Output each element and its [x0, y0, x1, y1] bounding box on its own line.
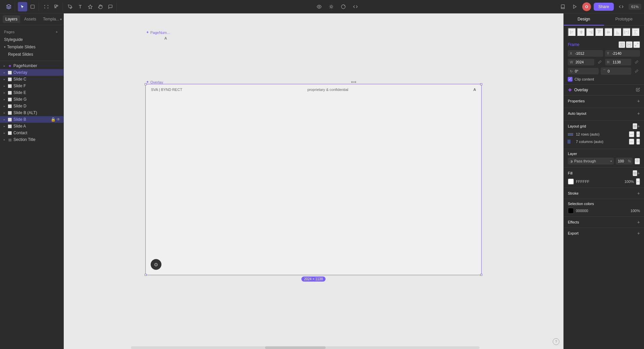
h-input[interactable]	[613, 60, 630, 64]
scale-tool-button[interactable]	[28, 2, 37, 11]
frame-section-label[interactable]: Frame	[568, 42, 616, 47]
hand-tool-button[interactable]	[96, 2, 105, 11]
add-property-button[interactable]: +	[637, 98, 640, 104]
page-styleguide[interactable]: Styleguide	[0, 36, 63, 43]
corner-link-button[interactable]	[633, 68, 640, 74]
layer-overlay[interactable]: ▸ ⬜ Overlay	[0, 69, 63, 76]
component-tool-button[interactable]	[86, 2, 95, 11]
remove-fill-button[interactable]: −	[636, 178, 640, 185]
layer-slide-f[interactable]: ▸ ⬜ Slide F	[0, 83, 63, 89]
code-view-button[interactable]	[351, 2, 360, 11]
layer-slide-a[interactable]: ▸ ⬜ Slide A	[0, 123, 63, 130]
layer-slide-d[interactable]: ▸ ⬜ Slide D	[0, 103, 63, 109]
theme-toggle-button[interactable]	[327, 2, 336, 11]
tab-layers[interactable]: Layers	[3, 15, 20, 23]
pen-tool-button[interactable]	[65, 2, 75, 11]
shape-tool-button[interactable]	[52, 2, 61, 11]
page-repeat-slides[interactable]: Repeat Slides	[0, 51, 63, 58]
y-input[interactable]	[612, 51, 638, 55]
x-input[interactable]	[575, 51, 601, 55]
text-tool-button[interactable]: T	[76, 2, 85, 11]
layer-slide-e[interactable]: ▸ ⬜ Slide E	[0, 89, 63, 96]
opacity-input[interactable]	[618, 159, 628, 163]
user-avatar[interactable]: O	[582, 2, 591, 11]
page-template-slides[interactable]: ▾ Template Slides	[0, 43, 63, 51]
zoom-indicator[interactable]: 61%	[629, 4, 641, 10]
move-tool-button[interactable]	[18, 2, 27, 11]
align-bottom-button[interactable]	[613, 28, 622, 37]
comment-tool-button[interactable]	[106, 2, 115, 11]
align-center-v-button[interactable]	[604, 28, 613, 37]
opacity-field[interactable]: %	[616, 158, 633, 164]
color-profile-button[interactable]	[339, 2, 348, 11]
add-page-button[interactable]: +	[54, 29, 59, 35]
frame-resize-icon-button[interactable]	[633, 41, 640, 48]
tab-design[interactable]: Design	[564, 13, 604, 26]
layout-grid-cols-remove-button[interactable]: −	[636, 139, 640, 145]
height-field[interactable]: H	[605, 59, 632, 65]
layer-contact[interactable]: ▸ ⬜ Contact	[0, 130, 63, 136]
corner-input[interactable]	[608, 69, 630, 73]
clip-content-checkbox[interactable]: ✓	[568, 77, 573, 82]
align-center-h-button[interactable]	[577, 28, 585, 37]
layout-grid-view-button[interactable]: ⊞	[633, 123, 637, 129]
link-h-button[interactable]	[633, 59, 640, 65]
hide-ui-button[interactable]	[314, 2, 324, 11]
layer-slide-g[interactable]: ▸ ⬜ Slide G	[0, 96, 63, 103]
frame-layout-button[interactable]	[618, 41, 625, 48]
frame-swap-button[interactable]	[626, 41, 633, 48]
fill-color-swatch[interactable]	[568, 179, 574, 185]
layout-grid-rows-apply-button[interactable]: ↔	[629, 131, 634, 137]
fill-options-button[interactable]: ⊞	[633, 170, 637, 176]
add-layout-grid-button[interactable]: +	[637, 123, 640, 129]
align-left-button[interactable]	[568, 28, 576, 37]
component-edit-button[interactable]	[636, 88, 640, 93]
layer-section-title[interactable]: ▸ ▤ Section Title	[0, 136, 63, 143]
scrollbar-thumb[interactable]	[265, 346, 326, 349]
frame-tool-button[interactable]	[42, 2, 51, 11]
selection-color-swatch[interactable]	[568, 208, 574, 214]
help-icon[interactable]: ?	[553, 338, 559, 345]
link-wh-button[interactable]	[596, 59, 603, 65]
corner-handle-tr[interactable]	[480, 83, 482, 85]
lock-icon[interactable]: 🔒	[51, 117, 55, 122]
tab-assets[interactable]: Assets	[21, 15, 39, 23]
add-stroke-button[interactable]: +	[637, 191, 640, 196]
corner-radius-field[interactable]: ⌒	[601, 67, 632, 75]
rotation-field[interactable]: ↻	[568, 68, 599, 74]
add-export-button[interactable]: +	[637, 231, 640, 236]
y-coordinate-field[interactable]: Y	[605, 50, 640, 57]
add-effect-button[interactable]: +	[637, 219, 640, 225]
canvas-area[interactable]: ✦ PageNum... A ✦ Overlay ⟺ SVA | BYND RE…	[64, 13, 563, 349]
figma-menu-button[interactable]	[4, 2, 13, 11]
tab-prototype[interactable]: Prototype	[604, 13, 644, 26]
eye-icon[interactable]: 👁	[56, 117, 61, 122]
layer-pagenumber[interactable]: ▸ ❖ PageNumber	[0, 62, 63, 69]
present-button[interactable]	[570, 2, 580, 11]
layout-grid-cols-apply-button[interactable]: ↔	[629, 139, 634, 145]
layout-grid-rows-remove-button[interactable]: −	[636, 131, 640, 137]
main-canvas-frame[interactable]: SVA | BYND RECT proprietary & confidenti…	[145, 84, 482, 275]
layer-visibility-button[interactable]	[635, 158, 640, 164]
add-fill-button[interactable]: +	[637, 170, 640, 176]
layer-slide-b[interactable]: ▸ ⬜ Slide B 🔒 👁	[0, 116, 63, 123]
x-coordinate-field[interactable]: X	[568, 50, 603, 57]
add-auto-layout-button[interactable]: +	[637, 111, 640, 116]
canvas-scrollbar[interactable]	[131, 346, 480, 349]
share-button[interactable]: Share	[594, 3, 614, 11]
w-input[interactable]	[576, 60, 592, 64]
corner-handle-br[interactable]	[480, 274, 482, 276]
width-field[interactable]: W	[568, 59, 594, 65]
corner-handle-bl[interactable]	[145, 274, 147, 276]
layer-slide-b-alt[interactable]: ▸ ⬜ Slide B (ALT)	[0, 109, 63, 116]
distribute-h-button[interactable]	[623, 28, 631, 37]
blend-mode-field[interactable]: ◑ Pass through ▾	[568, 158, 614, 164]
library-button[interactable]	[558, 2, 567, 11]
dev-mode-button[interactable]	[616, 2, 626, 11]
layer-slide-c[interactable]: ▸ ⬜ Slide C	[0, 76, 63, 83]
tab-templates[interactable]: Templa... ▾	[40, 15, 64, 23]
rotation-input[interactable]	[575, 69, 597, 73]
distribute-v-button[interactable]	[632, 28, 640, 37]
align-top-button[interactable]	[595, 28, 603, 37]
align-right-button[interactable]	[586, 28, 594, 37]
